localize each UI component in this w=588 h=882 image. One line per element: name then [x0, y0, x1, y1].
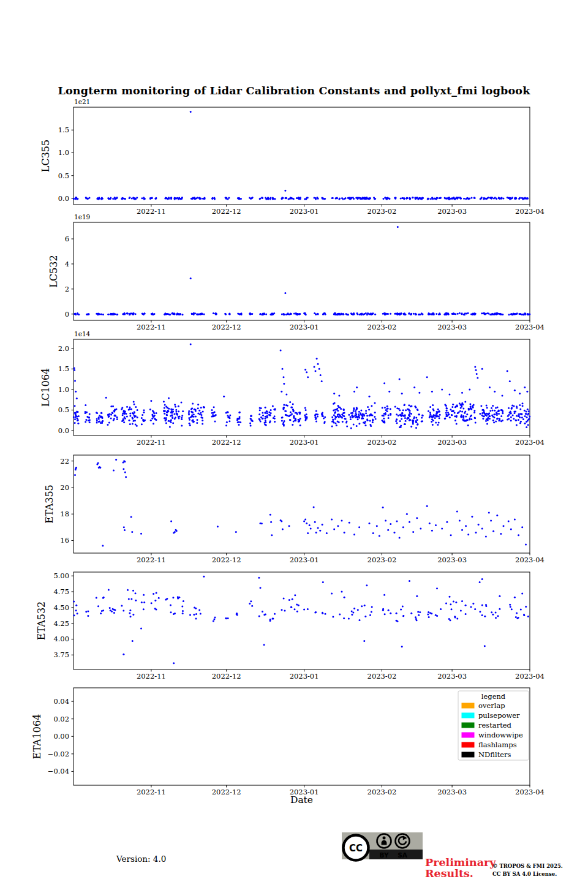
copyright-line-1: © TROPOS & FMI 2025.	[492, 862, 563, 870]
y-tick-label: 4.00	[53, 635, 69, 643]
x-tick-label: 2023-03	[437, 207, 467, 216]
y-tick-label: 22	[60, 457, 69, 466]
x-tick-label: 2022-12	[212, 207, 241, 216]
scatter-points	[73, 344, 531, 429]
sa-label: SA	[398, 851, 408, 859]
subplot-eta532: 2022-112022-122023-012023-022023-032023-…	[36, 571, 545, 680]
y-tick-label: −0.04	[48, 767, 69, 775]
x-tick-label: 2022-12	[212, 438, 241, 447]
y-tick-label: 2.0	[58, 344, 69, 353]
x-tick-label: 2023-04	[515, 556, 545, 564]
x-tick-label: 2023-03	[437, 556, 467, 564]
x-tick-label: 2023-02	[368, 556, 397, 564]
y-tick-label: 0.00	[53, 732, 69, 741]
legend-swatch-flashlamps	[462, 742, 475, 748]
x-tick-label: 2022-11	[137, 207, 166, 216]
legend-swatch-NDfilters	[462, 752, 475, 758]
x-tick-label: 2023-01	[290, 323, 319, 331]
y-tick-label: 20	[60, 483, 69, 492]
x-tick-label: 2023-04	[515, 323, 545, 331]
x-tick-label: 2023-04	[515, 438, 545, 447]
legend-label-NDfilters: NDfilters	[478, 750, 511, 759]
y-tick-label: 2	[65, 285, 69, 293]
scatter-points	[74, 226, 530, 315]
x-tick-label: 2023-02	[368, 207, 397, 216]
preliminary-line-1: Preliminary	[425, 857, 496, 868]
y-tick-label: 4.75	[53, 587, 69, 596]
y-tick-label: 3.75	[53, 650, 69, 659]
x-tick-label: 2022-12	[212, 672, 241, 680]
preliminary-line-2: Results.	[425, 868, 496, 879]
by-label: BY	[379, 851, 388, 859]
copyright-note: © TROPOS & FMI 2025. CC BY SA 4.0 Licens…	[492, 862, 563, 878]
x-tick-label: 2023-01	[290, 672, 319, 680]
y-axis-label-eta532: ETA532	[36, 601, 47, 641]
x-tick-label: 2022-11	[137, 323, 166, 331]
x-tick-label: 2023-03	[437, 323, 467, 331]
x-tick-label: 2023-02	[368, 323, 397, 331]
x-axis-title: Date	[74, 794, 530, 805]
y-tick-label: 4	[65, 260, 69, 268]
y-tick-label: 0.02	[53, 715, 69, 723]
scatter-points	[73, 111, 529, 200]
y-tick-label: 18	[60, 510, 69, 518]
x-tick-label: 2023-01	[290, 438, 319, 447]
y-tick-label: 0.04	[53, 697, 69, 706]
x-tick-label: 2023-02	[368, 672, 397, 680]
y-axis-offset-text: 1e14	[74, 330, 91, 337]
legend-swatch-pulsepower	[462, 713, 475, 718]
figure-canvas: Longterm monitoring of Lidar Calibration…	[0, 0, 588, 882]
version-label: Version: 4.0	[116, 854, 166, 864]
y-tick-label: 0.5	[58, 405, 69, 414]
cc-license-badge: CC BY SA	[341, 831, 426, 865]
subplot-lc532: 2022-112022-122023-012023-022023-032023-…	[48, 213, 545, 331]
x-tick-label: 2023-02	[368, 438, 397, 447]
y-axis-offset-text: 1e19	[74, 213, 90, 221]
y-tick-label: 0.0	[58, 194, 69, 203]
copyright-line-2: CC BY SA 4.0 License.	[492, 870, 563, 878]
x-tick-label: 2023-03	[437, 672, 467, 680]
y-tick-label: 1.0	[58, 148, 69, 157]
chart-svg: 2022-112022-122023-012023-022023-032023-…	[0, 0, 588, 882]
y-tick-label: 1.0	[58, 385, 69, 394]
x-tick-label: 2023-03	[437, 438, 467, 447]
x-tick-label: 2022-11	[137, 672, 166, 680]
y-axis-label-lc1064: LC1064	[40, 368, 51, 407]
y-tick-label: 4.25	[53, 619, 69, 628]
scatter-points	[73, 576, 529, 664]
legend-label-windowwipe: windowwipe	[478, 731, 523, 739]
x-tick-label: 2022-11	[137, 438, 166, 447]
legend-label-overlap: overlap	[478, 701, 505, 710]
y-tick-label: 6	[65, 235, 69, 243]
preliminary-results-note: Preliminary Results.	[425, 857, 496, 879]
legend: legendoverlappulsepowerrestartedwindowwi…	[458, 691, 529, 760]
y-tick-label: 4.50	[53, 603, 69, 612]
y-tick-label: 0.5	[58, 172, 69, 180]
scatter-points	[74, 459, 527, 547]
x-tick-label: 2022-12	[212, 556, 241, 564]
y-axis-offset-text: 1e21	[74, 98, 90, 105]
x-tick-label: 2023-01	[290, 207, 319, 216]
y-axis-label-eta1064: ETA1064	[31, 714, 43, 760]
y-tick-label: 0	[65, 310, 69, 318]
legend-swatch-restarted	[462, 723, 475, 728]
x-tick-label: 2023-01	[290, 556, 319, 564]
y-tick-label: 0.0	[58, 426, 69, 435]
subplot-eta355: 2022-112022-122023-012023-022023-032023-…	[43, 455, 544, 564]
y-tick-label: 16	[60, 536, 69, 545]
legend-swatch-windowwipe	[462, 733, 475, 738]
y-axis-label-lc355: LC355	[40, 140, 51, 172]
legend-label-restarted: restarted	[478, 721, 512, 729]
y-tick-label: 5.00	[53, 571, 69, 580]
legend-title: legend	[481, 692, 506, 701]
subplot-lc1064: 2022-112022-122023-012023-022023-032023-…	[40, 330, 545, 447]
x-tick-label: 2023-04	[515, 207, 545, 216]
subplot-lc355: 2022-112022-122023-012023-022023-032023-…	[40, 98, 545, 216]
y-axis-label-eta355: ETA355	[43, 484, 55, 524]
x-tick-label: 2022-12	[212, 323, 241, 331]
y-tick-label: 1.5	[58, 364, 69, 373]
y-tick-label: 1.5	[58, 126, 69, 134]
legend-label-flashlamps: flashlamps	[478, 741, 517, 749]
legend-swatch-overlap	[462, 703, 475, 709]
y-axis-label-lc532: LC532	[48, 255, 59, 287]
